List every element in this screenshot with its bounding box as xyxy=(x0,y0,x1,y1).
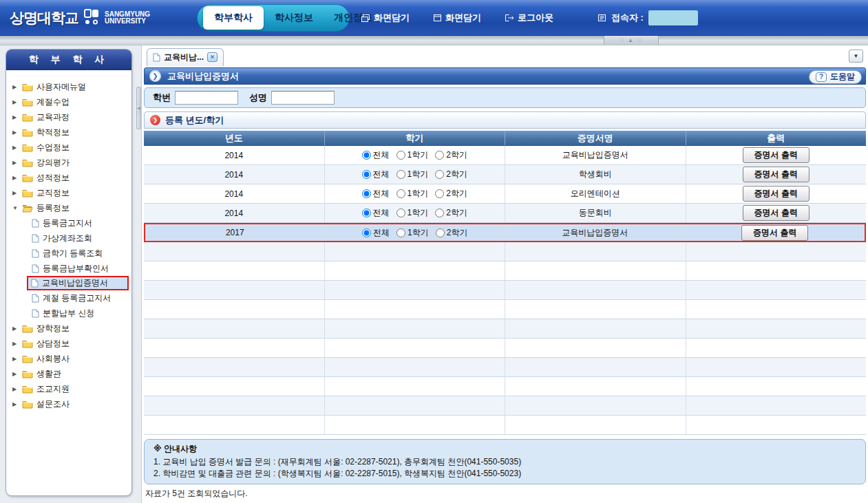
radio-sem2-label: 2학기 xyxy=(446,207,467,219)
top-nav: 학부학사 학사정보 개인정보 xyxy=(197,4,350,32)
radio-sem1[interactable] xyxy=(396,189,405,198)
radio-sem1[interactable] xyxy=(396,151,405,160)
sidebar-item-scholarship[interactable]: ▶ 장학정보 xyxy=(12,321,129,336)
splitter-left-icon: ◀ xyxy=(137,106,140,111)
document-icon xyxy=(32,249,39,258)
semester-cell: 전체 1학기 2학기 xyxy=(325,165,506,184)
radio-sem2[interactable] xyxy=(435,208,444,217)
table-row-empty xyxy=(144,358,866,377)
radio-all[interactable] xyxy=(362,208,371,217)
sidebar-item-registration-info[interactable]: ▼ 등록정보 xyxy=(12,200,129,215)
col-header-print: 출력 xyxy=(686,131,867,145)
radio-all[interactable] xyxy=(362,228,371,237)
section-title: 등록 년도/학기 xyxy=(165,114,224,127)
sidebar-item-ta-support[interactable]: ▶ 조교지원 xyxy=(12,381,129,396)
splitter-dots: ∷ xyxy=(138,111,140,116)
empty-cell xyxy=(144,396,325,415)
radio-sem2[interactable] xyxy=(435,170,444,179)
tree-collapsed-icon: ▶ xyxy=(12,99,19,105)
sidebar-item-course-info[interactable]: ▶ 수업정보 xyxy=(12,140,129,155)
table-row-empty xyxy=(144,377,866,396)
radio-sem2[interactable] xyxy=(435,189,444,198)
tree-collapsed-icon: ▶ xyxy=(12,401,19,407)
banner-collapse-handle[interactable]: ∷ ▲ ∷ xyxy=(604,36,659,45)
menu-seasonal-tuition-bill[interactable]: 계절 등록금고지서 xyxy=(29,290,129,306)
sidebar-item-curriculum[interactable]: ▶ 교육과정 xyxy=(12,109,129,125)
help-bubble-icon: ? xyxy=(816,72,827,82)
document-icon xyxy=(153,53,160,62)
radio-sem2[interactable] xyxy=(436,228,445,237)
radio-all-label: 전체 xyxy=(373,149,390,161)
splitter-dots: ∷ xyxy=(138,101,140,106)
tab-close-icon[interactable]: ✕ xyxy=(207,52,218,62)
tab-academic-info[interactable]: 학사정보 xyxy=(265,6,323,30)
sidebar-item-lecture-eval[interactable]: ▶ 강의평가 xyxy=(12,155,129,170)
splitter-handle[interactable]: ∷ ◀ ∷ xyxy=(136,87,141,129)
empty-cell xyxy=(686,358,867,376)
radio-all[interactable] xyxy=(362,170,371,179)
search-bar: 학번 성명 xyxy=(144,87,866,108)
sidebar-item-teaching-cert[interactable]: ▶ 교직정보 xyxy=(12,185,129,200)
sidebar-splitter[interactable]: ∷ ◀ ∷ xyxy=(136,45,141,503)
table-row-empty xyxy=(144,281,866,300)
sidebar-item-counseling[interactable]: ▶ 상담정보 xyxy=(12,336,129,351)
print-cell: 증명서 출력 xyxy=(686,146,867,164)
print-certificate-button[interactable]: 증명서 출력 xyxy=(741,225,808,241)
sidebar-item-survey[interactable]: ▶ 설문조사 xyxy=(12,396,129,411)
semester-cell: 전체 1학기 2학기 xyxy=(325,204,506,222)
semester-radio-group: 전체 1학기 2학기 xyxy=(362,149,467,161)
col-header-certificate: 증명서명 xyxy=(505,131,686,145)
menu-current-semester-registration[interactable]: 금학기 등록조회 xyxy=(29,246,129,261)
student-id-input[interactable] xyxy=(175,91,238,105)
registration-table: 년도 학기 증명서명 출력 2014 전체 1학기 2학기 교육비납입증명서 xyxy=(144,131,866,435)
print-certificate-button[interactable]: 증명서 출력 xyxy=(743,147,809,163)
sidebar-item-grades[interactable]: ▶ 성적정보 xyxy=(12,170,129,185)
table-row-selected[interactable]: 2017 전체 1학기 2학기 교육비납입증명서 증명서 출력 xyxy=(144,223,866,242)
folder-icon xyxy=(22,173,33,182)
content-tab[interactable]: 교육비납... ✕ xyxy=(147,48,224,66)
certificate-cell: 학생회비 xyxy=(505,165,686,184)
menu-tuition-bill[interactable]: 등록금고지서 xyxy=(29,215,129,231)
print-certificate-button[interactable]: 증명서 출력 xyxy=(743,186,809,202)
sidebar-item-seasonal-class[interactable]: ▶ 계절수업 xyxy=(12,94,129,109)
folder-icon xyxy=(22,400,33,409)
radio-sem1[interactable] xyxy=(396,228,405,237)
sidebar-item-label: 학적정보 xyxy=(36,127,70,138)
menu-tuition-payment-confirmation[interactable]: 등록금납부확인서 xyxy=(29,261,129,276)
sidebar-item-user-manual[interactable]: ▶ 사용자메뉴얼 xyxy=(12,79,129,94)
tab-list-dropdown-button[interactable]: ▼ xyxy=(849,50,863,63)
empty-cell xyxy=(325,358,506,376)
print-cell: 증명서 출력 xyxy=(686,224,865,241)
print-certificate-button[interactable]: 증명서 출력 xyxy=(743,167,809,182)
sidebar-item-label: 교직정보 xyxy=(36,187,70,199)
close-screen-button-2[interactable]: 화면담기 xyxy=(433,12,481,24)
name-label: 성명 xyxy=(249,92,267,104)
radio-all[interactable] xyxy=(362,189,371,198)
help-button[interactable]: ? 도움말 xyxy=(809,70,862,84)
menu-virtual-account[interactable]: 가상계좌조회 xyxy=(29,231,129,246)
menu-education-payment-certificate[interactable]: 교육비납입증명서 xyxy=(27,276,129,290)
radio-all[interactable] xyxy=(362,151,371,160)
radio-sem2[interactable] xyxy=(435,151,444,160)
logout-button[interactable]: 로그아웃 xyxy=(505,12,553,24)
name-input[interactable] xyxy=(271,91,335,105)
tree-expanded-icon: ▼ xyxy=(12,205,19,211)
submenu-label: 계절 등록금고지서 xyxy=(43,292,111,304)
sidebar-item-academic-records[interactable]: ▶ 학적정보 xyxy=(12,125,129,140)
year-cell: 2014 xyxy=(144,184,325,203)
sidebar-item-volunteer[interactable]: ▶ 사회봉사 xyxy=(12,351,129,366)
tab-undergrad-affairs[interactable]: 학부학사 xyxy=(203,6,264,30)
print-certificate-button[interactable]: 증명서 출력 xyxy=(743,205,809,221)
empty-cell xyxy=(686,300,867,319)
top-actions: 화면담기 화면담기 로그아웃 xyxy=(361,0,553,36)
tree-collapsed-icon: ▶ xyxy=(12,129,19,136)
menu-installment-application[interactable]: 분할납부 신청 xyxy=(29,306,129,321)
sidebar-item-dormitory[interactable]: ▶ 생활관 xyxy=(12,366,129,381)
window-icon xyxy=(433,14,442,22)
radio-sem1[interactable] xyxy=(396,208,405,217)
semester-radio-group: 전체 1학기 2학기 xyxy=(362,169,467,180)
connected-user: 접속자 : xyxy=(597,0,698,36)
empty-cell xyxy=(144,358,325,376)
close-screen-button-1[interactable]: 화면담기 xyxy=(361,12,410,24)
radio-sem1[interactable] xyxy=(396,170,405,179)
